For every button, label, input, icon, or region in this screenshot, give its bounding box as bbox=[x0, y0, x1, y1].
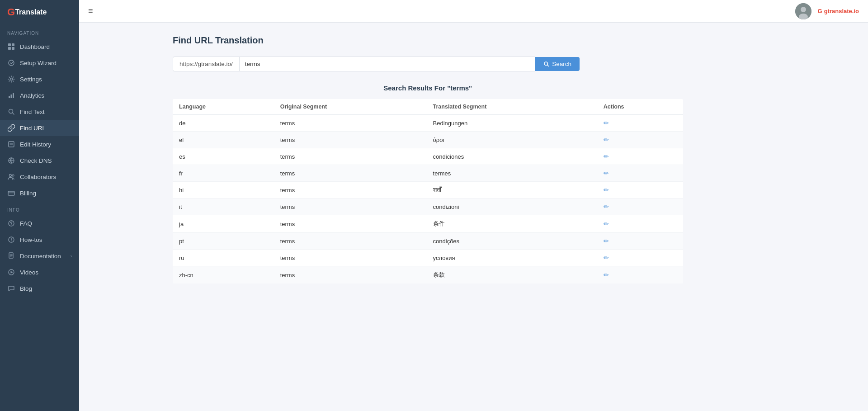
cell-translated: condizioni bbox=[427, 198, 597, 215]
cell-actions: ✏ bbox=[597, 233, 683, 250]
how-tos-icon bbox=[7, 236, 15, 244]
table-row: de terms Bedingungen ✏ bbox=[173, 115, 683, 132]
logo[interactable]: G Translate bbox=[0, 0, 79, 24]
edit-button[interactable]: ✏ bbox=[604, 153, 609, 160]
sidebar-item-analytics[interactable]: Analytics bbox=[0, 87, 79, 104]
cell-actions: ✏ bbox=[597, 266, 683, 284]
footer: © 2008 - 2018 GTranslate bbox=[777, 0, 868, 411]
sidebar-item-blog[interactable]: Blog bbox=[0, 280, 79, 297]
cell-language: el bbox=[173, 132, 274, 148]
cell-actions: ✏ bbox=[597, 132, 683, 148]
cell-translated: Bedingungen bbox=[427, 115, 597, 132]
brand-g-icon: G bbox=[818, 8, 822, 14]
search-input[interactable] bbox=[239, 57, 535, 71]
search-button[interactable]: Search bbox=[535, 57, 580, 71]
topbar-right: G gtranslate.io bbox=[795, 3, 859, 19]
main-content: Find URL Translation https://gtranslate.… bbox=[158, 23, 698, 411]
cell-language: fr bbox=[173, 165, 274, 182]
topbar: ≡ G gtranslate.io bbox=[79, 0, 868, 23]
sidebar-item-dashboard[interactable]: Dashboard bbox=[0, 38, 79, 55]
sidebar-item-setup-wizard[interactable]: Setup Wizard bbox=[0, 55, 79, 71]
svg-rect-6 bbox=[9, 96, 10, 98]
sidebar-item-how-tos[interactable]: How-tos bbox=[0, 231, 79, 248]
brand-link[interactable]: G gtranslate.io bbox=[818, 8, 859, 14]
sidebar: G Translate NAVIGATION Dashboard Setup W… bbox=[0, 0, 79, 411]
search-bar: https://gtranslate.io/ Search bbox=[173, 57, 580, 71]
cell-original: terms bbox=[274, 132, 427, 148]
sidebar-item-videos-label: Videos bbox=[20, 269, 38, 276]
edit-button[interactable]: ✏ bbox=[604, 136, 609, 143]
sidebar-item-setup-wizard-label: Setup Wizard bbox=[20, 60, 57, 66]
svg-rect-7 bbox=[11, 94, 12, 98]
edit-button[interactable]: ✏ bbox=[604, 254, 609, 261]
sidebar-item-find-url[interactable]: Find URL bbox=[0, 120, 79, 136]
cell-actions: ✏ bbox=[597, 198, 683, 215]
sidebar-item-edit-history[interactable]: Edit History bbox=[0, 136, 79, 152]
edit-history-icon bbox=[7, 140, 15, 148]
sidebar-item-videos[interactable]: Videos bbox=[0, 264, 79, 280]
cell-translated: όροι bbox=[427, 132, 597, 148]
sidebar-item-check-dns[interactable]: Check DNS bbox=[0, 152, 79, 169]
cell-original: terms bbox=[274, 215, 427, 233]
cell-original: terms bbox=[274, 182, 427, 198]
sidebar-item-collaborators-label: Collaborators bbox=[20, 174, 56, 180]
table-row: pt terms condições ✏ bbox=[173, 233, 683, 250]
svg-point-5 bbox=[10, 78, 13, 80]
cell-original: terms bbox=[274, 198, 427, 215]
search-button-label: Search bbox=[552, 61, 571, 67]
edit-button[interactable]: ✏ bbox=[604, 220, 609, 227]
svg-rect-11 bbox=[9, 142, 14, 147]
nav-section-label: NAVIGATION bbox=[0, 24, 79, 38]
col-header-translated: Translated Segment bbox=[427, 99, 597, 115]
sidebar-item-settings[interactable]: Settings bbox=[0, 71, 79, 87]
cell-language: it bbox=[173, 198, 274, 215]
sidebar-item-find-text[interactable]: Find Text bbox=[0, 104, 79, 120]
cell-language: hi bbox=[173, 182, 274, 198]
edit-button[interactable]: ✏ bbox=[604, 271, 609, 279]
cell-language: ja bbox=[173, 215, 274, 233]
edit-button[interactable]: ✏ bbox=[604, 119, 609, 127]
sidebar-item-collaborators[interactable]: Collaborators bbox=[0, 169, 79, 185]
sidebar-item-blog-label: Blog bbox=[20, 285, 32, 292]
sidebar-item-billing-label: Billing bbox=[20, 190, 36, 197]
cell-original: terms bbox=[274, 266, 427, 284]
avatar[interactable] bbox=[795, 3, 811, 19]
svg-point-32 bbox=[801, 7, 806, 12]
hamburger-icon[interactable]: ≡ bbox=[88, 6, 93, 16]
edit-button[interactable]: ✏ bbox=[604, 237, 609, 245]
page-title: Find URL Translation bbox=[173, 35, 683, 46]
table-row: es terms condiciones ✏ bbox=[173, 148, 683, 165]
table-row: el terms όροι ✏ bbox=[173, 132, 683, 148]
edit-button[interactable]: ✏ bbox=[604, 186, 609, 194]
sidebar-item-settings-label: Settings bbox=[20, 76, 42, 83]
check-dns-icon bbox=[7, 156, 15, 165]
cell-language: pt bbox=[173, 233, 274, 250]
sidebar-item-find-url-label: Find URL bbox=[20, 125, 46, 132]
find-url-icon bbox=[7, 124, 15, 132]
sidebar-item-faq[interactable]: FAQ bbox=[0, 215, 79, 231]
cell-language: es bbox=[173, 148, 274, 165]
find-text-icon bbox=[7, 108, 15, 116]
svg-rect-1 bbox=[12, 43, 14, 46]
cell-actions: ✏ bbox=[597, 115, 683, 132]
cell-original: terms bbox=[274, 233, 427, 250]
edit-button[interactable]: ✏ bbox=[604, 203, 609, 210]
settings-icon bbox=[7, 75, 15, 83]
col-header-original: Original Segment bbox=[274, 99, 427, 115]
info-section-label: INFO bbox=[0, 201, 79, 215]
svg-point-16 bbox=[9, 175, 12, 177]
col-header-language: Language bbox=[173, 99, 274, 115]
table-row: ja terms 条件 ✏ bbox=[173, 215, 683, 233]
edit-button[interactable]: ✏ bbox=[604, 170, 609, 177]
cell-language: zh-cn bbox=[173, 266, 274, 284]
dashboard-icon bbox=[7, 43, 15, 51]
svg-line-10 bbox=[13, 113, 14, 115]
results-table: Language Original Segment Translated Seg… bbox=[173, 99, 683, 283]
sidebar-item-documentation[interactable]: Documentation › bbox=[0, 248, 79, 264]
documentation-arrow-icon: › bbox=[71, 254, 72, 259]
svg-point-24 bbox=[11, 241, 11, 241]
analytics-icon bbox=[7, 91, 15, 99]
cell-actions: ✏ bbox=[597, 250, 683, 266]
sidebar-item-billing[interactable]: Billing bbox=[0, 185, 79, 201]
sidebar-item-find-text-label: Find Text bbox=[20, 109, 45, 115]
